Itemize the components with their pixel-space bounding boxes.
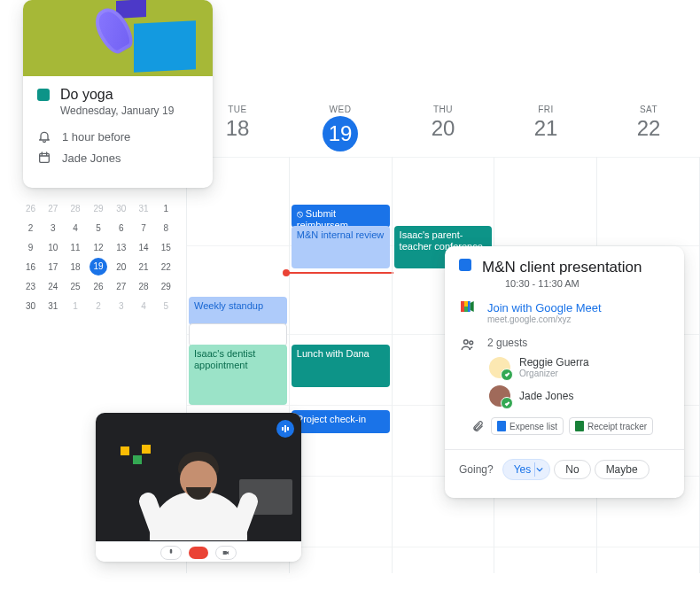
event-creator: Jade Jones [62,151,121,165]
svg-rect-2 [284,425,286,432]
rsvp-no-button[interactable]: No [554,460,590,479]
calendar-event[interactable]: Lunch with Dana [292,345,390,387]
mini-cal-day[interactable]: 23 [19,276,42,296]
google-meet-icon [459,301,477,312]
mini-cal-day[interactable]: 28 [64,198,86,218]
chevron-down-icon[interactable] [534,462,544,477]
mini-cal-day[interactable]: 2 [19,218,42,237]
mini-cal-day[interactable]: 28 [133,276,155,296]
calendar-icon [37,151,51,165]
hang-up-button[interactable] [189,547,208,559]
day-number: 20 [393,116,493,141]
file-icon [575,421,584,431]
camera-button[interactable] [215,546,237,560]
attachment-chip[interactable]: Receipt tracker [569,417,653,435]
mini-cal-day[interactable]: 31 [42,296,64,315]
svg-point-9 [470,341,473,345]
mini-cal-day[interactable]: 5 [87,218,111,237]
mini-cal-day[interactable]: 4 [64,218,86,237]
event-panel-meeting[interactable]: M&N client presentation 10:30 - 11:30 AM… [445,246,684,498]
mini-cal-day[interactable]: 19 [87,257,111,276]
mini-cal-day[interactable]: 21 [133,257,155,276]
mini-cal-day[interactable]: 24 [42,276,64,296]
avatar [489,357,510,378]
calendar-event[interactable]: Weekly standup [189,297,287,325]
guest-name: Jade Jones [519,390,573,402]
mini-cal-day[interactable]: 9 [19,237,42,257]
attachment-chip[interactable]: Expense list [491,417,564,435]
bell-icon [37,129,51,144]
calendar-event[interactable]: Project check-in [292,410,390,433]
calendar-event[interactable]: ⦸ Submit reimbursem [292,205,390,228]
event-reminder: 1 hour before [62,130,130,144]
event-time: 10:30 - 11:30 AM [505,278,642,289]
svg-rect-4 [461,301,464,312]
mini-cal-day[interactable]: 13 [110,237,132,257]
people-icon [459,337,477,353]
mini-cal-day[interactable]: 5 [155,296,177,315]
mini-cal-day[interactable]: 10 [42,237,64,257]
day-of-week: WED [291,105,390,114]
calendar-event[interactable] [189,323,287,346]
mini-cal-day[interactable]: 1 [64,296,86,315]
day-column[interactable]: ⦸ Submit reimbursemM&N internal reviewLu… [289,157,392,573]
mute-button[interactable] [160,546,182,560]
video-call-card[interactable] [96,413,301,562]
mini-cal-day[interactable]: 2 [87,296,111,315]
day-of-week: SAT [599,105,698,114]
rsvp-yes-button[interactable]: Yes [502,459,551,480]
guest-name: Reggie Guerra [519,356,589,369]
mini-cal-day[interactable]: 6 [110,218,132,237]
mini-cal-day[interactable]: 11 [64,237,86,257]
mini-calendar[interactable]: 2627282930311234567891011121314151617181… [19,198,177,315]
avatar [489,385,510,407]
mini-cal-day[interactable]: 31 [133,198,155,218]
day-of-week: FRI [496,105,595,114]
accepted-icon [501,369,513,381]
calendar-event[interactable]: M&N internal review [292,226,390,268]
svg-rect-3 [287,427,289,431]
mini-cal-day[interactable]: 27 [110,276,132,296]
mini-cal-day[interactable]: 12 [87,237,111,257]
mini-cal-day[interactable]: 7 [133,218,155,237]
rsvp-prompt: Going? [459,463,494,476]
day-number: 19 [323,116,358,151]
mini-cal-day[interactable]: 4 [133,296,155,315]
mini-cal-day[interactable]: 30 [19,296,42,315]
mini-cal-day[interactable]: 3 [42,218,64,237]
svg-rect-5 [464,301,468,307]
accepted-icon [501,397,513,409]
event-card-yoga[interactable]: Do yoga Wednesday, January 19 1 hour bef… [23,0,213,188]
mini-cal-day[interactable]: 16 [19,257,42,276]
mini-cal-day[interactable]: 27 [42,198,64,218]
event-color-swatch [37,89,50,101]
mini-cal-day[interactable]: 29 [155,276,177,296]
mini-cal-day[interactable]: 14 [133,237,155,257]
day-header[interactable]: THU20 [392,105,494,157]
week-header: TUE18WED19THU20FRI21SAT22 [186,105,700,157]
calendar-event[interactable]: Isaac's dentist appointment [189,345,287,405]
mini-cal-day[interactable]: 18 [64,257,86,276]
mini-cal-day[interactable]: 8 [155,218,177,237]
guests-summary: 2 guests [487,337,527,349]
mini-cal-day[interactable]: 1 [155,198,177,218]
join-meet-link[interactable]: Join with Google Meet [487,301,602,314]
mini-cal-day[interactable]: 30 [110,198,132,218]
mini-cal-day[interactable]: 20 [110,257,132,276]
mini-cal-day[interactable]: 26 [87,276,111,296]
day-header[interactable]: WED19 [289,105,392,157]
video-participant [141,434,256,540]
mini-cal-day[interactable]: 15 [155,237,177,257]
mini-cal-day[interactable]: 17 [42,257,64,276]
mini-cal-day[interactable]: 3 [110,296,132,315]
now-indicator [284,272,393,274]
mini-cal-day[interactable]: 26 [19,198,42,218]
rsvp-maybe-button[interactable]: Maybe [595,460,649,479]
mini-cal-day[interactable]: 25 [64,276,86,296]
mini-cal-day[interactable]: 22 [155,257,177,276]
day-header[interactable]: FRI21 [494,105,597,157]
mini-cal-day[interactable]: 29 [87,198,111,218]
guest-row[interactable]: Jade Jones [459,382,670,410]
guest-row[interactable]: Reggie GuerraOrganizer [459,353,670,382]
day-header[interactable]: SAT22 [597,105,700,157]
